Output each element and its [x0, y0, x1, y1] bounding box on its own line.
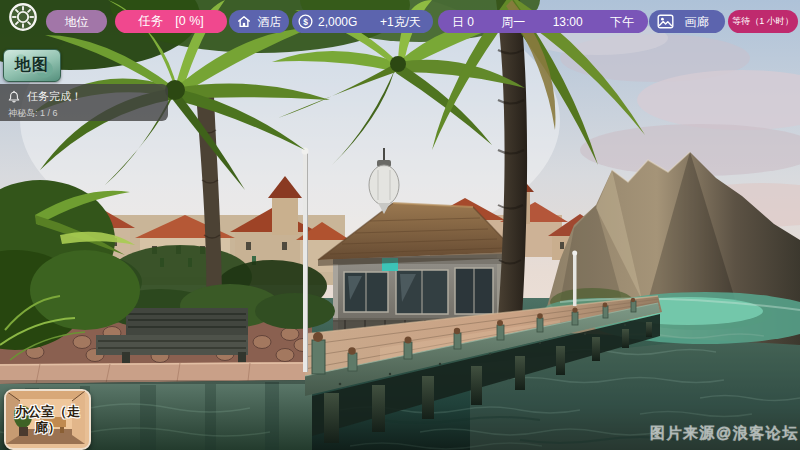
gallery-label: 画廊: [674, 16, 725, 28]
income-rate: +1克/天: [380, 16, 421, 28]
notification-title: 任务完成！: [27, 89, 82, 104]
hotel-button[interactable]: 酒店: [229, 10, 289, 33]
wait-label: 等待（1 小时）: [732, 17, 794, 26]
office-button[interactable]: 办公室（走廊）: [4, 389, 91, 450]
task-button[interactable]: 任务 [0 %]: [115, 10, 227, 33]
bell-icon: [8, 90, 20, 103]
clock-time: 13:00: [553, 16, 583, 28]
svg-text:$: $: [303, 17, 308, 27]
gallery-icon: [657, 14, 674, 29]
task-label: 任务: [138, 15, 163, 28]
map-label: 地图: [15, 55, 49, 76]
notification-progress: 神秘岛: 1 / 6: [8, 107, 160, 120]
hotel-label: 酒店: [258, 16, 282, 28]
gallery-button[interactable]: 画廊: [649, 10, 725, 33]
status-button[interactable]: 地位: [46, 10, 107, 33]
map-button[interactable]: 地图: [3, 49, 61, 82]
game-screen: 地位 任务 [0 %] 酒店 $ 2,000G +1克/天 日 0 周: [0, 0, 800, 450]
day-period: 下午: [610, 16, 634, 28]
home-icon: [237, 15, 251, 28]
task-progress: [0 %]: [175, 15, 204, 28]
status-label: 地位: [65, 16, 89, 28]
notification-toast: 任务完成！ 神秘岛: 1 / 6: [0, 84, 168, 121]
wait-button[interactable]: 等待（1 小时）: [728, 10, 798, 33]
datetime-display: 日 0 周一 13:00 下午: [438, 10, 648, 33]
money-display: $ 2,000G +1克/天: [292, 10, 433, 33]
coin-icon: $: [298, 14, 313, 29]
money-amount: 2,000G: [318, 16, 357, 28]
gear-icon[interactable]: [7, 1, 39, 33]
background-scene: [0, 0, 800, 450]
watermark: 图片来源@浪客论坛: [650, 424, 799, 443]
office-label: 办公室（走廊）: [6, 391, 89, 448]
day-counter: 日 0: [452, 16, 474, 28]
weekday-label: 周一: [501, 16, 525, 28]
